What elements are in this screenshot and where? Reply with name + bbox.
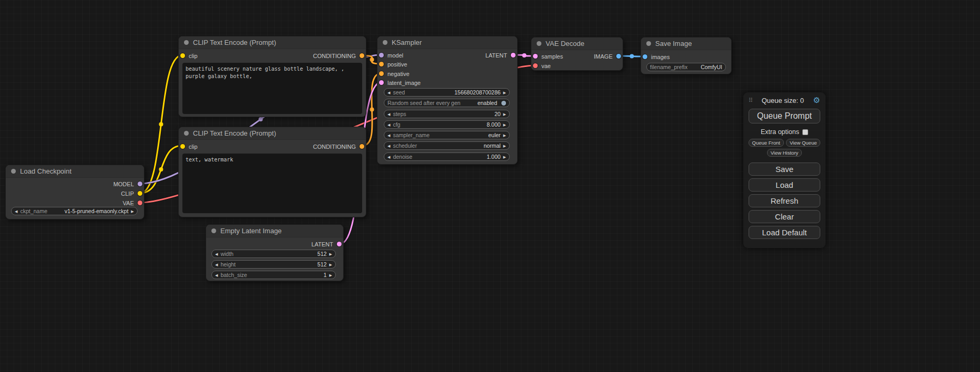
input-dot-images[interactable] [643, 54, 647, 59]
arrow-right-icon[interactable]: ▶ [503, 133, 506, 137]
node-empty-latent-image[interactable]: Empty Latent Image LATENT ◀ width 512 ▶ … [206, 224, 344, 281]
widget-ckpt-name[interactable]: ◀ ckpt_name v1-5-pruned-emaonly.ckpt ▶ [11, 207, 138, 215]
queue-prompt-button[interactable]: Queue Prompt [749, 109, 820, 123]
input-slot-samples: samples [533, 52, 563, 61]
widget-scheduler[interactable]: ◀ scheduler normal ▶ [384, 141, 510, 150]
node-vae-decode[interactable]: VAE Decode samples vae IMAGE [531, 37, 623, 71]
queue-size-label: Queue size: 0 [762, 97, 804, 104]
arrow-right-icon[interactable]: ▶ [329, 263, 332, 266]
input-slot-vae: vae [533, 61, 551, 70]
arrow-right-icon[interactable]: ▶ [329, 273, 332, 277]
widget-denoise[interactable]: ◀ denoise 1.000 ▶ [384, 152, 510, 161]
queue-menu-panel[interactable]: ⠿ Queue size: 0 ⚙ Queue Prompt Extra opt… [743, 92, 826, 248]
arrow-left-icon[interactable]: ◀ [387, 133, 390, 137]
output-dot-latent[interactable] [337, 242, 342, 246]
input-dot-samples[interactable] [533, 54, 538, 59]
node-title-bar[interactable]: CLIP Text Encode (Prompt) [179, 127, 366, 140]
node-title: CLIP Text Encode (Prompt) [193, 129, 276, 137]
widget-seed[interactable]: ◀ seed 156680208700286 ▶ [384, 88, 510, 97]
widget-label: filename_prefix [650, 64, 687, 70]
input-dot-positive[interactable] [379, 62, 384, 66]
widget-batch-size[interactable]: ◀ batch_size 1 ▶ [211, 271, 336, 279]
widget-cfg[interactable]: ◀ cfg 8.000 ▶ [384, 120, 510, 129]
save-button[interactable]: Save [749, 163, 820, 176]
node-load-checkpoint[interactable]: Load Checkpoint MODEL CLIP VAE ◀ ckpt_na… [5, 165, 144, 220]
node-title-bar[interactable]: VAE Decode [531, 37, 623, 50]
toggle-dot[interactable] [501, 101, 506, 106]
input-slot-negative: negative [379, 69, 410, 78]
input-dot-vae[interactable] [533, 63, 538, 68]
arrow-left-icon[interactable]: ◀ [215, 252, 218, 256]
node-ksampler[interactable]: KSampler model positive negative latent_… [377, 36, 518, 165]
input-dot-clip[interactable] [180, 53, 185, 58]
output-slot-latent: LATENT [312, 240, 342, 249]
node-clip-text-encode-positive[interactable]: CLIP Text Encode (Prompt) clip CONDITION… [178, 36, 366, 117]
widget-label: Random seed after every gen [387, 100, 460, 106]
widget-value: 512 [317, 251, 327, 257]
collapse-dot[interactable] [537, 41, 541, 46]
widget-random-seed-toggle[interactable]: Random seed after every gen enabled [384, 99, 510, 107]
collapse-dot[interactable] [646, 41, 651, 46]
arrow-right-icon[interactable]: ▶ [503, 123, 506, 127]
collapse-dot[interactable] [211, 228, 216, 233]
output-dot-conditioning[interactable] [360, 144, 364, 149]
node-title-bar[interactable]: Empty Latent Image [206, 225, 343, 237]
arrow-left-icon[interactable]: ◀ [215, 273, 218, 277]
arrow-left-icon[interactable]: ◀ [15, 209, 17, 213]
settings-gear-icon[interactable]: ⚙ [813, 96, 820, 105]
node-title-bar[interactable]: CLIP Text Encode (Prompt) [179, 36, 366, 49]
extra-options-checkbox[interactable] [802, 129, 808, 135]
arrow-left-icon[interactable]: ◀ [215, 263, 218, 266]
collapse-dot[interactable] [383, 40, 387, 45]
negative-prompt-textarea[interactable]: text, watermark [182, 154, 362, 213]
arrow-left-icon[interactable]: ◀ [387, 123, 390, 127]
arrow-right-icon[interactable]: ▶ [503, 112, 506, 116]
node-save-image[interactable]: Save Image images filename_prefix ComfyU… [641, 37, 732, 74]
node-title-bar[interactable]: Load Checkpoint [6, 165, 144, 178]
arrow-right-icon[interactable]: ▶ [503, 144, 506, 148]
view-history-button[interactable]: View History [767, 149, 802, 157]
arrow-right-icon[interactable]: ▶ [131, 209, 134, 213]
output-dot-model[interactable] [138, 182, 142, 186]
input-slot-images: images [643, 52, 669, 61]
arrow-right-icon[interactable]: ▶ [329, 252, 332, 256]
input-dot-clip[interactable] [180, 144, 185, 149]
slot-label: CONDITIONING [313, 144, 356, 150]
collapse-dot[interactable] [184, 40, 189, 45]
node-clip-text-encode-negative[interactable]: CLIP Text Encode (Prompt) clip CONDITION… [178, 127, 366, 217]
output-dot-vae[interactable] [138, 201, 142, 205]
arrow-right-icon[interactable]: ▶ [503, 155, 506, 159]
input-dot-model[interactable] [379, 53, 384, 58]
arrow-left-icon[interactable]: ◀ [387, 155, 390, 159]
node-title-bar[interactable]: Save Image [641, 37, 731, 50]
widget-filename-prefix[interactable]: filename_prefix ComfyUI [646, 63, 726, 71]
clear-button[interactable]: Clear [749, 210, 820, 223]
drag-handle-icon[interactable]: ⠿ [749, 97, 752, 104]
load-default-button[interactable]: Load Default [749, 226, 820, 239]
widget-height[interactable]: ◀ height 512 ▶ [211, 260, 336, 269]
widget-width[interactable]: ◀ width 512 ▶ [211, 250, 336, 258]
collapse-dot[interactable] [11, 169, 16, 174]
output-dot-image[interactable] [616, 54, 621, 59]
slot-label: LATENT [486, 52, 507, 59]
collapse-dot[interactable] [184, 131, 189, 136]
widget-steps[interactable]: ◀ steps 20 ▶ [384, 110, 510, 118]
arrow-right-icon[interactable]: ▶ [503, 91, 506, 94]
slot-label: vae [541, 63, 551, 69]
queue-front-button[interactable]: Queue Front [749, 139, 784, 147]
slot-label: LATENT [312, 241, 333, 247]
arrow-left-icon[interactable]: ◀ [387, 91, 390, 94]
widget-sampler-name[interactable]: ◀ sampler_name euler ▶ [384, 131, 510, 139]
output-dot-conditioning[interactable] [360, 53, 364, 58]
node-title-bar[interactable]: KSampler [377, 36, 517, 49]
input-dot-latent-image[interactable] [379, 80, 384, 85]
arrow-left-icon[interactable]: ◀ [387, 112, 390, 116]
input-dot-negative[interactable] [379, 71, 384, 76]
view-queue-button[interactable]: View Queue [786, 139, 821, 147]
load-button[interactable]: Load [749, 178, 820, 192]
output-dot-clip[interactable] [138, 191, 142, 196]
arrow-left-icon[interactable]: ◀ [387, 144, 390, 148]
output-dot-latent[interactable] [511, 53, 516, 58]
positive-prompt-textarea[interactable]: beautiful scenery nature glass bottle la… [182, 63, 362, 114]
refresh-button[interactable]: Refresh [749, 194, 820, 207]
